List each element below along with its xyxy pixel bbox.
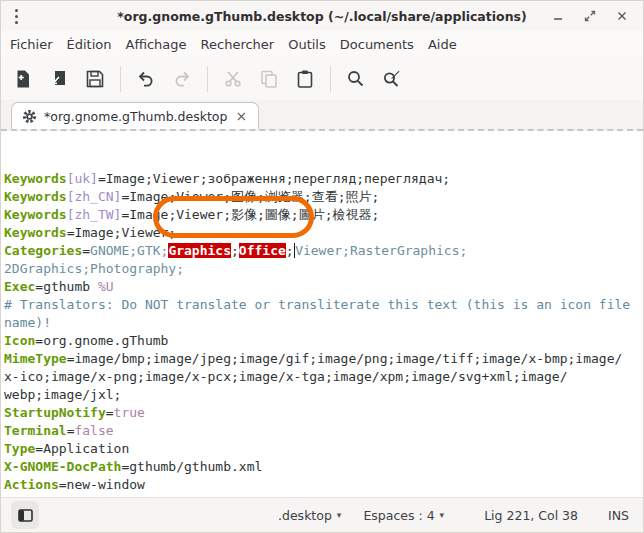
tab-label: *org.gnome.gThumb.desktop bbox=[44, 109, 227, 124]
code-line: 2DGraphics;Photography; bbox=[4, 260, 643, 278]
code-line: PrefersNonDefaultGPU=true bbox=[4, 494, 643, 497]
menu-outils[interactable]: Outils bbox=[281, 37, 333, 52]
menu-fichier[interactable]: Fichier bbox=[3, 37, 60, 52]
save-document-button[interactable] bbox=[77, 62, 113, 96]
close-button[interactable] bbox=[613, 7, 631, 25]
open-document-icon bbox=[49, 69, 69, 89]
search-replace-icon bbox=[382, 69, 402, 89]
toolbar-separator bbox=[120, 66, 121, 92]
code-line: Keywords[uk]=Image;Viewer;зображення;пер… bbox=[4, 170, 643, 188]
new-document-button[interactable] bbox=[5, 62, 41, 96]
statusbar: .desktop ▾ Espaces : 4 ▾ Lig 221, Col 38… bbox=[1, 497, 643, 532]
code-line: Exec=gthumb %U bbox=[4, 278, 643, 296]
code-line: StartupNotify=true bbox=[4, 404, 643, 422]
side-panel-toggle-button[interactable] bbox=[11, 501, 39, 529]
find-and-replace-button[interactable] bbox=[374, 62, 410, 96]
menu-edition[interactable]: Édition bbox=[60, 37, 119, 52]
code-line: x-ico;image/x-png;image/x-pcx;image/x-tg… bbox=[4, 368, 643, 386]
tab-org-gnome-gthumb-desktop[interactable]: *org.gnome.gThumb.desktop × bbox=[11, 102, 259, 129]
toolbar-separator bbox=[330, 66, 331, 92]
menu-aide[interactable]: Aide bbox=[421, 37, 464, 52]
paste-icon bbox=[295, 69, 315, 89]
redo-icon bbox=[172, 69, 192, 89]
code-line: Keywords[zh_TW]=Image;Viewer;影像;圖像;圖片;檢視… bbox=[4, 206, 643, 224]
input-mode-indicator: INS bbox=[608, 508, 629, 523]
code-line: Type=Application bbox=[4, 440, 643, 458]
minimize-button[interactable] bbox=[549, 7, 567, 25]
copy-icon bbox=[259, 69, 279, 89]
code-line: Keywords=Image;Viewer; bbox=[4, 224, 643, 242]
restore-button[interactable] bbox=[581, 7, 599, 25]
new-document-icon bbox=[13, 69, 33, 89]
code-lines: Keywords[uk]=Image;Viewer;зображення;пер… bbox=[4, 170, 643, 497]
window-title: *org.gnome.gThumb.desktop (~/.local/shar… bbox=[1, 9, 643, 24]
statusbar-right: .desktop ▾ Espaces : 4 ▾ Lig 221, Col 38… bbox=[278, 508, 633, 523]
text-editor[interactable]: Keywords[uk]=Image;Viewer;зображення;пер… bbox=[1, 131, 643, 497]
save-icon bbox=[85, 69, 105, 89]
tab-width-selector[interactable]: Espaces : 4 ▾ bbox=[363, 508, 444, 523]
gear-icon bbox=[22, 109, 37, 124]
paste-button[interactable] bbox=[287, 62, 323, 96]
menu-affichage[interactable]: Affichage bbox=[118, 37, 193, 52]
toolbar-separator bbox=[207, 66, 208, 92]
code-line: MimeType=image/bmp;image/jpeg;image/gif;… bbox=[4, 350, 643, 368]
code-line: Categories=GNOME;GTK;Graphics;Office;Vie… bbox=[4, 242, 643, 260]
open-document-button[interactable] bbox=[41, 62, 77, 96]
code-line: name)! bbox=[4, 314, 643, 332]
app-window: *org.gnome.gThumb.desktop (~/.local/shar… bbox=[0, 0, 644, 533]
cut-button[interactable] bbox=[215, 62, 251, 96]
language-selector[interactable]: .desktop ▾ bbox=[278, 508, 341, 523]
menu-rechercher[interactable]: Rechercher bbox=[194, 37, 282, 52]
chevron-down-icon: ▾ bbox=[337, 510, 342, 520]
undo-icon bbox=[136, 69, 156, 89]
minimize-icon bbox=[551, 9, 565, 23]
code-line: Terminal=false bbox=[4, 422, 643, 440]
copy-button[interactable] bbox=[251, 62, 287, 96]
undo-button[interactable] bbox=[128, 62, 164, 96]
restore-icon bbox=[583, 9, 597, 23]
tabbar: *org.gnome.gThumb.desktop × bbox=[1, 100, 643, 131]
code-line: Actions=new-window bbox=[4, 476, 643, 494]
cut-icon bbox=[223, 69, 243, 89]
code-line: X-GNOME-DocPath=gthumb/gthumb.xml bbox=[4, 458, 643, 476]
language-label: .desktop bbox=[278, 508, 332, 523]
find-button[interactable] bbox=[338, 62, 374, 96]
code-line: # Translators: Do NOT translate or trans… bbox=[4, 296, 643, 314]
tab-close-icon[interactable]: × bbox=[234, 109, 248, 123]
code-line: webp;image/jxl; bbox=[4, 386, 643, 404]
code-line: Keywords[zh_CN]=Image;Viewer;图像;浏览器;查看;照… bbox=[4, 188, 643, 206]
tab-width-label: Espaces : 4 bbox=[363, 508, 434, 523]
close-icon bbox=[615, 9, 629, 23]
menubar: Fichier Édition Affichage Rechercher Out… bbox=[1, 31, 643, 57]
menu-documents[interactable]: Documents bbox=[333, 37, 421, 52]
titlebar: *org.gnome.gThumb.desktop (~/.local/shar… bbox=[1, 1, 643, 31]
window-controls bbox=[549, 7, 643, 25]
search-icon bbox=[346, 69, 366, 89]
cursor-position-label: Lig 221, Col 38 bbox=[484, 508, 578, 523]
chevron-down-icon: ▾ bbox=[440, 510, 445, 520]
toolbar bbox=[1, 57, 643, 100]
code-line: Icon=org.gnome.gThumb bbox=[4, 332, 643, 350]
side-panel-icon bbox=[18, 509, 33, 522]
redo-button[interactable] bbox=[164, 62, 200, 96]
